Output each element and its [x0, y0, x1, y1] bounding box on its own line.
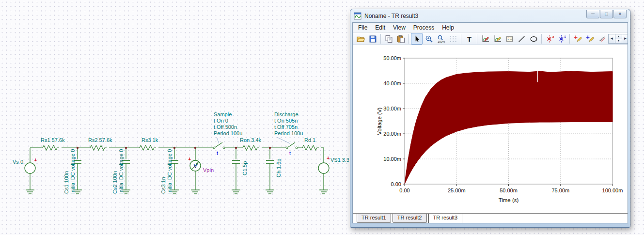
- minimize-button[interactable]: ─: [586, 10, 599, 18]
- junction-dot: [235, 147, 237, 149]
- close-button[interactable]: ×: [613, 10, 627, 18]
- paste-icon[interactable]: [395, 33, 407, 45]
- x-tick-label: 50.00m: [500, 188, 518, 193]
- copy-icon[interactable]: [383, 33, 394, 45]
- text-tool-icon[interactable]: T: [463, 33, 475, 45]
- marker-add-icon[interactable]: [572, 33, 583, 45]
- plus-mark: +: [327, 155, 330, 161]
- zoom-100-icon[interactable]: 100%: [435, 33, 447, 45]
- toolbar-separator: [461, 34, 461, 44]
- x-tick-label: 25.00m: [448, 188, 466, 193]
- svg-text:b: b: [564, 35, 565, 38]
- schematic-canvas[interactable]: Vs 0Rs1 57.6kRs2 57.6kRs3 1kRon 3.4kRd 1…: [0, 0, 349, 235]
- toolbar-separator: [477, 34, 477, 44]
- svg-text:100%: 100%: [438, 40, 445, 43]
- sample-switch[interactable]: [213, 147, 215, 149]
- select-grid-icon[interactable]: [447, 33, 459, 45]
- result-tab-bar: TR result1TR result2TR result3: [353, 213, 628, 223]
- cursor-b-icon[interactable]: b: [556, 33, 567, 45]
- toolbar-separator: [408, 34, 409, 44]
- label-sample-t-off: t Off 500n: [214, 124, 237, 130]
- label-vpin: Vpin: [203, 167, 214, 173]
- cursor-icon[interactable]: [411, 33, 423, 45]
- resistor-ron[interactable]: [241, 145, 259, 150]
- slope-tool-icon[interactable]: [596, 33, 608, 45]
- label-switch-t: t: [217, 150, 218, 156]
- sample-switch[interactable]: [223, 147, 225, 149]
- junction-dot: [173, 147, 175, 149]
- label-rd: Rd 1: [304, 137, 315, 143]
- menu-item-help[interactable]: Help: [438, 23, 458, 32]
- window-title: Noname - TR result3: [364, 13, 418, 19]
- y-axis-title: Voltage (V): [377, 107, 382, 135]
- scroll-left-button[interactable]: ◄: [608, 34, 615, 44]
- label-rs3: Rs3 1k: [141, 137, 158, 143]
- toolbar-separator: [380, 34, 381, 44]
- label-c1: C1 5p: [242, 161, 248, 175]
- annotate-pencil-icon[interactable]: [584, 33, 596, 45]
- menu-bar: FileEditViewProcessHelp: [353, 23, 628, 33]
- toolbar: 100%Tab◄▲▼►: [353, 33, 628, 45]
- line-tool-icon[interactable]: [516, 33, 527, 45]
- cursor-a-icon[interactable]: a: [544, 33, 555, 45]
- voltage-source-vs1[interactable]: [318, 163, 329, 173]
- label-cs3: Cs3 1n: [160, 177, 166, 194]
- window-client-area: FileEditViewProcessHelp 100%Tab◄▲▼► 0.00…: [352, 22, 628, 223]
- resistor-rs3[interactable]: [138, 145, 156, 150]
- window-icon: [354, 12, 361, 20]
- resistor-rs1[interactable]: [41, 145, 59, 150]
- zoom-in-icon[interactable]: [423, 33, 435, 45]
- axes-auto-icon[interactable]: [491, 33, 503, 45]
- y-tick-label: 50.00m: [383, 55, 401, 61]
- menu-item-file[interactable]: File: [354, 23, 371, 32]
- menu-item-view[interactable]: View: [389, 23, 409, 32]
- desktop: { "schematic": { "labels": { "vs": "Vs 0…: [0, 0, 644, 235]
- label-discharge-title: Discharge: [274, 111, 298, 117]
- discharge-switch[interactable]: [296, 147, 298, 149]
- resistor-rd[interactable]: [300, 145, 319, 150]
- ellipse-tool-icon[interactable]: [528, 33, 539, 45]
- tr-result-chart[interactable]: 0.0010.00m20.00m30.00m40.00m50.00m0.0025…: [353, 45, 628, 211]
- open-folder-icon[interactable]: [355, 33, 366, 45]
- caption-buttons: ─ □ ×: [586, 9, 627, 18]
- save-icon[interactable]: [367, 33, 378, 45]
- title-bar[interactable]: Noname - TR result3 ─ □ ×: [352, 9, 628, 22]
- spin-up-button[interactable]: ▲: [615, 34, 622, 39]
- spin-down-button[interactable]: ▼: [615, 39, 622, 43]
- svg-text:a: a: [552, 35, 553, 38]
- menu-item-process[interactable]: Process: [409, 23, 438, 32]
- junction-dot: [77, 147, 79, 149]
- label-vs1: VS1 3.3: [330, 157, 349, 163]
- y-tick-label: 10.00m: [383, 156, 401, 162]
- label-rs2: Rs2 57.6k: [88, 137, 112, 143]
- label-sample-t-on: t On 0: [214, 118, 228, 124]
- toolbar-scroll-controls: ◄▲▼►: [608, 34, 628, 44]
- spinner-control: ▲▼: [615, 34, 622, 44]
- scroll-right-button[interactable]: ►: [622, 34, 628, 44]
- y-tick-label: 0.00: [391, 181, 401, 187]
- voltage-source-vs[interactable]: [25, 163, 35, 173]
- label-switch-t: t: [289, 150, 291, 156]
- tab-tr-result2[interactable]: TR result2: [393, 214, 427, 223]
- x-tick-label: 75.00m: [551, 188, 569, 193]
- leader-line: [277, 137, 290, 143]
- label-cs3-init: Initial DC voltage 0: [167, 149, 173, 194]
- x-tick-label: 0.00: [399, 188, 409, 193]
- axes-edit-icon[interactable]: [479, 33, 491, 45]
- label-discharge-t-off: t Off 705n: [274, 124, 298, 130]
- tr-result-window[interactable]: Noname - TR result3 ─ □ × FileEditViewPr…: [350, 9, 630, 228]
- menu-item-edit[interactable]: Edit: [371, 23, 389, 32]
- tab-tr-result3[interactable]: TR result3: [428, 214, 463, 223]
- x-tick-label: 100.00m: [602, 188, 623, 193]
- junction-dot: [269, 147, 271, 149]
- discharge-switch[interactable]: [286, 147, 288, 149]
- y-tick-label: 20.00m: [383, 131, 401, 137]
- legend-icon[interactable]: [503, 33, 515, 45]
- maximize-button[interactable]: □: [600, 10, 613, 18]
- label-ron: Ron 3.4k: [240, 137, 262, 143]
- label-ch: Ch 1.6p: [276, 158, 282, 177]
- resistor-rs2[interactable]: [88, 145, 107, 150]
- chart-panel[interactable]: 0.0010.00m20.00m30.00m40.00m50.00m0.0025…: [353, 45, 628, 213]
- leader-line: [217, 137, 219, 143]
- tab-tr-result1[interactable]: TR result1: [357, 214, 391, 223]
